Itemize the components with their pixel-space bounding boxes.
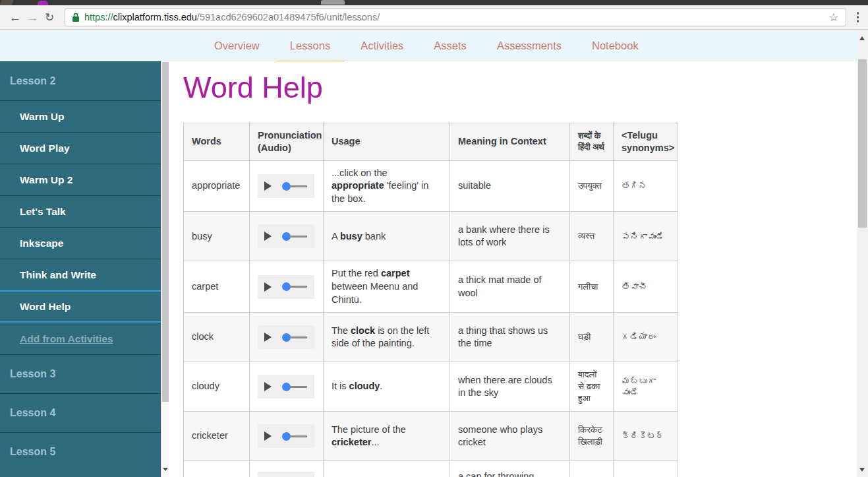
play-icon[interactable] [264,431,272,441]
play-icon[interactable] [264,382,272,391]
play-icon[interactable] [264,232,272,241]
hindi-cell: किरकेट खिलाड़ी [570,412,614,461]
usage-cell: A busy bank [324,212,450,261]
word-help-table: Words Pronunciation (Audio) Usage Meanin… [183,123,678,477]
sidebar-item-lesson-5[interactable]: Lesson 5 [0,432,161,471]
audio-cell [250,412,324,461]
col-telugu: <Telugu synonyms> [614,123,678,161]
audio-player[interactable] [258,375,314,398]
url-text: https://clixplatform.tiss.edu/591acd6269… [84,12,380,22]
lesson-content: Word Help Words Pronunciation (Audio) Us… [169,61,857,477]
audio-slider-track[interactable] [290,286,307,288]
audio-slider-track[interactable] [290,236,307,238]
sidebar-item-lesson-3[interactable]: Lesson 3 [0,354,161,393]
usage-cell: It is cloudy. [324,362,450,412]
back-icon[interactable]: ← [7,11,24,24]
hindi-cell: गलीचा [570,261,614,313]
sidebar-item-warm-up[interactable]: Warm Up [0,100,161,132]
hindi-cell: घड़ी [570,313,614,362]
audio-cell [250,313,324,362]
word-cell: busy [184,212,250,261]
col-words: Words [184,123,250,161]
col-hindi: शब्दों के हिंदी अर्थ [570,123,614,161]
table-row: busy A busy bank a bank where there is l… [184,212,678,261]
url-path: /591acd6269602a01489475f6/unit/lessons/ [197,12,380,22]
hindi-cell: व्यस्त [570,212,614,261]
tab-activities[interactable]: Activities [361,40,403,52]
address-bar[interactable]: https://clixplatform.tiss.edu/591acd6269… [65,8,846,26]
col-meaning: Meaning in Context [450,123,570,161]
telugu-cell: పనిగావుండే [614,212,678,261]
meaning-cell: someone who plays cricket [450,412,570,461]
meaning-cell: a thick mat made of wool [450,261,570,313]
meaning-cell: when there are clouds in the sky [450,362,570,412]
audio-player[interactable] [258,325,314,349]
browser-menu-icon[interactable] [853,12,863,22]
col-usage: Usage [324,123,450,161]
word-cell: clock [184,313,250,362]
table-header-row: Words Pronunciation (Audio) Usage Meanin… [184,123,678,161]
telugu-cell: క్రికెటర్ [614,412,678,461]
sidebar-item-inkscape[interactable]: Inkscape [0,227,161,259]
tab-notebook[interactable]: Notebook [592,40,639,52]
audio-slider-track[interactable] [290,185,307,187]
audio-slider-track[interactable] [290,435,307,437]
usage-cell: The clock is on the left side of the pai… [324,313,450,362]
sidebar-scroll-down-icon[interactable] [163,468,168,471]
sidebar-scrollbar[interactable] [161,61,169,477]
audio-player[interactable] [258,472,314,477]
tab-overview[interactable]: Overview [214,40,260,52]
sidebar-scrollbar-thumb[interactable] [162,62,169,402]
tab-assets[interactable]: Assets [434,40,467,52]
forward-icon[interactable]: → [24,11,41,24]
sidebar-item-warm-up-2[interactable]: Warm Up 2 [0,164,161,195]
usage-cell [324,461,450,477]
reload-icon[interactable]: ↻ [41,12,58,23]
sidebar-item-word-play[interactable]: Word Play [0,132,161,164]
audio-slider-track[interactable] [290,336,307,338]
audio-cell [250,160,324,212]
page-scrollbar[interactable] [857,30,868,477]
audio-player[interactable] [258,424,314,448]
sidebar-item-lesson-4[interactable]: Lesson 4 [0,393,161,432]
sidebar-item-add-from-activities[interactable]: Add from Activities [0,323,161,354]
site-favicon-icon [38,1,48,5]
scroll-up-icon[interactable] [859,36,865,40]
url-host: clixplatform.tiss.edu [113,12,197,22]
hindi-cell: उपयुक्त [570,160,614,212]
sidebar-item-think-and-write[interactable]: Think and Write [0,259,161,290]
telugu-cell: గడియారం [614,313,678,362]
page-scrollbar-thumb[interactable] [858,59,867,228]
hindi-cell: बादलों से ढका हुआ [570,362,614,412]
audio-cell [250,461,324,477]
telugu-cell: తగిన [614,160,678,212]
sidebar-item-lesson-2[interactable]: Lesson 2 [0,61,161,100]
play-icon[interactable] [264,282,272,292]
audio-player[interactable] [258,224,314,248]
bookmark-star-icon[interactable]: ☆ [828,12,838,23]
sidebar-item-word-help[interactable]: Word Help [0,290,161,323]
audio-slider-track[interactable] [290,386,307,388]
tab-assessments[interactable]: Assessments [497,40,562,52]
url-scheme: https [84,12,105,22]
audio-cell [250,362,324,412]
browser-tab-top[interactable] [321,0,345,5]
meaning-cell: a bank where there is lots of work [450,212,570,261]
tab-lessons[interactable]: Lessons [290,40,330,52]
play-icon[interactable] [264,333,272,342]
usage-cell: ...click on the appropriate 'feeling' in… [324,160,450,212]
browser-tab-strip [0,0,868,5]
table-row: clock The clock is on the left side of t… [184,313,678,362]
meaning-cell: a thing that shows us the time [450,313,570,362]
word-cell: cloudy [184,362,250,412]
table-row: cricketer The picture of the cricketer..… [184,412,678,461]
meaning-cell: suitable [450,160,570,212]
scroll-down-icon[interactable] [859,468,865,472]
lock-icon [72,13,80,22]
audio-player[interactable] [258,275,314,299]
telugu-cell: తివాచీ [614,261,678,313]
hindi-cell [570,461,614,477]
play-icon[interactable] [264,181,272,191]
sidebar-item-lets-talk[interactable]: Let's Talk [0,195,161,227]
audio-player[interactable] [258,174,314,198]
